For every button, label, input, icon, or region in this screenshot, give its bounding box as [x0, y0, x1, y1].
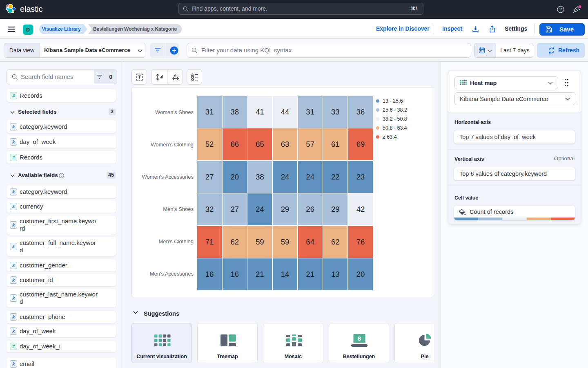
svg-text:?: ? [60, 174, 62, 177]
svg-text:?: ? [559, 7, 562, 12]
svg-text:8: 8 [358, 335, 361, 342]
